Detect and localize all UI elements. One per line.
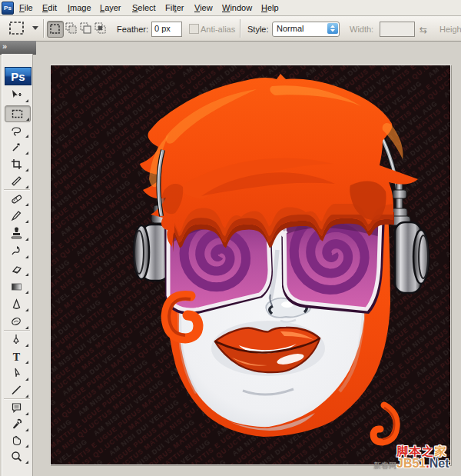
svg-text:T: T: [13, 351, 21, 363]
